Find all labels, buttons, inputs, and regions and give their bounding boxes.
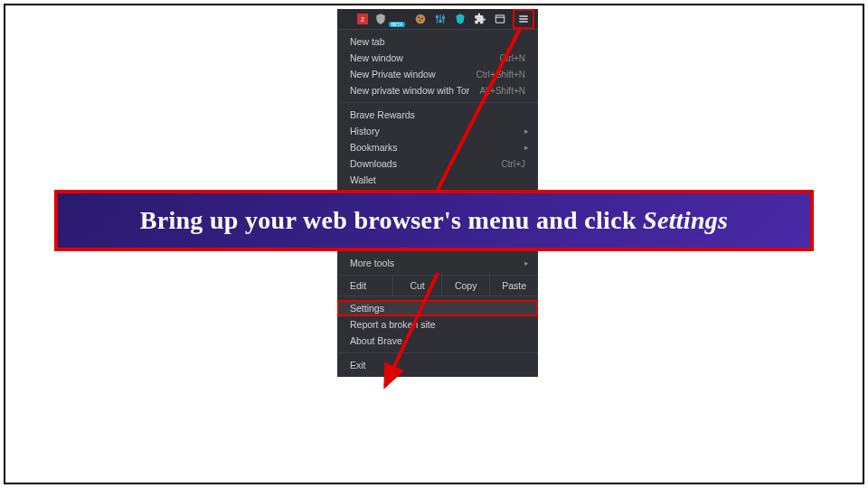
menu-group-exit: Exit [337, 352, 538, 377]
hamburger-icon[interactable] [516, 12, 531, 26]
caption-text: Bring up your web browser's menu and cli… [140, 206, 643, 234]
shortcut-label: Ctrl+Shift+N [476, 70, 525, 80]
menu-item-label: Wallet [350, 174, 376, 185]
svg-point-6 [442, 17, 444, 19]
menu-group-settings: SettingsReport a broken siteAbout Brave [337, 296, 538, 352]
menu-item-downloads[interactable]: DownloadsCtrl+J [337, 155, 538, 172]
menu-item-about-brave[interactable]: About Brave [337, 333, 538, 349]
cut-button[interactable]: Cut [392, 276, 441, 296]
menu-item-label: Report a broken site [350, 319, 436, 330]
menu-group-features: Brave RewardsHistoryBookmarksDownloadsCt… [337, 102, 538, 192]
svg-point-4 [436, 16, 438, 18]
menu-item-history[interactable]: History [337, 123, 538, 139]
extension-toolbar: 2 BETA [337, 9, 538, 29]
copy-button[interactable]: Copy [441, 276, 490, 296]
menu-item-label: New Private window [350, 69, 436, 80]
puzzle-icon[interactable] [473, 12, 487, 26]
instruction-caption: Bring up your web browser's menu and cli… [54, 190, 814, 251]
menu-item-new-window[interactable]: New windowCtrl+N [337, 50, 538, 66]
menu-item-label: About Brave [350, 335, 402, 346]
brave-icon[interactable] [453, 12, 467, 26]
svg-point-5 [439, 20, 441, 22]
menu-item-settings[interactable]: Settings [337, 300, 538, 316]
menu-item-exit[interactable]: Exit [337, 357, 538, 373]
svg-rect-7 [495, 15, 504, 23]
shortcut-label: Ctrl+N [499, 53, 525, 63]
hamburger-highlight [513, 9, 534, 29]
menu-item-wallet[interactable]: Wallet [337, 172, 538, 188]
edit-label: Edit [337, 276, 392, 296]
svg-point-2 [421, 18, 423, 20]
menu-item-bookmarks[interactable]: Bookmarks [337, 139, 538, 155]
menu-item-report-a-broken-site[interactable]: Report a broken site [337, 316, 538, 333]
menu-item-label: Downloads [350, 158, 397, 169]
svg-point-0 [416, 14, 426, 24]
menu-item-label: History [350, 126, 380, 136]
cookie-icon[interactable] [413, 12, 428, 26]
shield-icon[interactable] [373, 12, 388, 26]
menu-item-brave-rewards[interactable]: Brave Rewards [337, 107, 538, 123]
svg-point-1 [418, 16, 420, 18]
menu-item-label: Bookmarks [350, 142, 398, 153]
shortcut-label: Alt+Shift+N [479, 86, 525, 96]
menu-item-label: Settings [350, 303, 384, 314]
menu-item-more-tools[interactable]: More tools [337, 255, 538, 271]
menu-item-label: New private window with Tor [350, 85, 469, 96]
menu-item-new-private-window-with-tor[interactable]: New private window with TorAlt+Shift+N [337, 82, 538, 99]
sliders-icon[interactable] [433, 12, 448, 26]
svg-point-3 [420, 20, 421, 22]
menu-item-label: More tools [350, 258, 394, 268]
menu-item-label: New tab [350, 36, 385, 47]
cloud-icon[interactable]: BETA [393, 12, 408, 26]
shortcut-label: Ctrl+J [502, 159, 525, 169]
menu-item-label: Exit [350, 360, 366, 371]
extension-icon[interactable]: 2 [357, 14, 368, 24]
menu-item-new-private-window[interactable]: New Private windowCtrl+Shift+N [337, 66, 538, 82]
menu-item-label: New window [350, 52, 403, 63]
menu-edit-row: Edit Cut Copy Paste [337, 275, 538, 296]
menu-item-label: Brave Rewards [350, 109, 415, 120]
paste-button[interactable]: Paste [489, 276, 538, 296]
menu-group-tabs: New tabNew windowCtrl+NNew Private windo… [337, 29, 538, 102]
menu-item-new-tab[interactable]: New tab [337, 33, 538, 50]
caption-emphasis: Settings [643, 206, 728, 234]
window-icon[interactable] [493, 12, 507, 26]
